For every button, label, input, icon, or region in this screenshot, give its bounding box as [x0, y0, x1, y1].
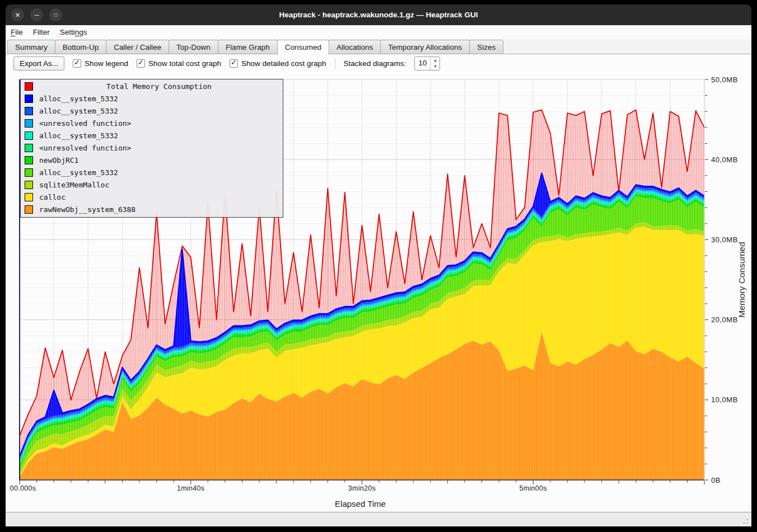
legend-label: sqlite3MemMalloc — [39, 181, 109, 189]
titlebar: ✕ ─ □ Heaptrack - heaptrack.wakunode.1.g… — [6, 4, 751, 25]
check-icon: ✓ — [74, 58, 80, 67]
spinner-buttons: ▲ ▼ — [430, 57, 440, 70]
checkbox-box[interactable]: ✓ — [73, 59, 81, 68]
legend-label: <unresolved function> — [39, 119, 131, 128]
legend-item: sqlite3MemMalloc — [21, 178, 283, 191]
legend-item: alloc__system_5332 — [21, 92, 283, 105]
tab-bottom-up[interactable]: Bottom-Up — [55, 40, 107, 54]
tab-summary[interactable]: Summary — [7, 40, 55, 54]
checkbox-show-legend[interactable]: ✓ Show legend — [73, 59, 128, 68]
legend-swatch — [25, 168, 33, 177]
spinner-down-button[interactable]: ▼ — [431, 64, 440, 70]
checkbox-show-detailed-cost-graph[interactable]: ✓ Show detailed cost graph — [230, 59, 326, 68]
application-window: ✕ ─ □ Heaptrack - heaptrack.wakunode.1.g… — [0, 0, 757, 532]
spinner-up-button[interactable]: ▲ — [431, 57, 440, 64]
svg-text:Elapsed Time: Elapsed Time — [335, 499, 386, 509]
legend-swatch — [25, 181, 33, 189]
tab-consumed[interactable]: Consumed — [277, 40, 329, 55]
toolbar-separator — [335, 58, 335, 69]
stacked-diagrams-label: Stacked diagrams: — [344, 59, 406, 68]
stacked-diagrams-spinner[interactable]: 10 ▲ ▼ — [414, 57, 440, 70]
menu-item-settings[interactable]: Settings — [55, 25, 92, 39]
legend-swatch — [25, 205, 33, 214]
legend-label: alloc__system_5332 — [39, 168, 118, 177]
legend-item: rawNewObj__system_6388 — [21, 203, 283, 215]
spinner-value[interactable]: 10 — [415, 57, 430, 70]
resize-grip[interactable] — [742, 518, 749, 525]
legend-item: <unresolved function> — [21, 117, 283, 129]
tab-caller-callee[interactable]: Caller / Callee — [106, 40, 169, 54]
legend-item: newObjRC1 — [21, 154, 283, 166]
legend-label: alloc__system_5332 — [39, 131, 118, 140]
menu-item-file[interactable]: File — [6, 25, 28, 39]
svg-text:10,0MB: 10,0MB — [711, 396, 738, 404]
status-bar — [6, 512, 751, 526]
legend-item: alloc__system_5332 — [21, 129, 283, 142]
tab-temporary-allocations[interactable]: Temporary Allocations — [380, 40, 470, 54]
tab-allocations[interactable]: Allocations — [329, 40, 381, 54]
chevron-down-icon: ▼ — [433, 64, 437, 68]
legend-title-row: Total Memory Consumption — [21, 80, 283, 92]
tab-sizes[interactable]: Sizes — [469, 40, 503, 54]
svg-text:20,0MB: 20,0MB — [711, 316, 738, 324]
legend-label: rawNewObj__system_6388 — [39, 205, 135, 214]
menubar: FileFilterSettings — [6, 25, 751, 39]
svg-text:5min00s: 5min00s — [520, 484, 547, 492]
tab-top-down[interactable]: Top-Down — [169, 40, 218, 54]
memory-consumption-chart[interactable]: 00.000s1min40s3min20s5min00s0B10,0MB20,0… — [6, 73, 751, 512]
svg-text:1min40s: 1min40s — [177, 484, 204, 492]
svg-text:00.000s: 00.000s — [10, 484, 36, 492]
legend-label: alloc__system_5332 — [39, 95, 118, 103]
checkbox-show-total-cost-graph[interactable]: ✓ Show total cost graph — [137, 59, 221, 68]
legend-swatch — [25, 131, 33, 140]
svg-text:40,0MB: 40,0MB — [711, 156, 738, 164]
legend-swatch — [25, 82, 33, 91]
legend-swatch — [25, 193, 33, 201]
svg-text:30,0MB: 30,0MB — [711, 236, 738, 244]
legend-item: calloc — [21, 191, 283, 203]
checkbox-label: Show total cost graph — [148, 59, 221, 68]
legend-label: <unresolved function> — [39, 144, 131, 152]
tab-bar: SummaryBottom-UpCaller / CalleeTop-DownF… — [6, 39, 751, 54]
legend-label: alloc__system_5332 — [39, 107, 118, 115]
svg-text:3min20s: 3min20s — [348, 484, 376, 492]
legend-swatch — [25, 119, 33, 128]
legend-label: calloc — [39, 193, 66, 201]
legend-item: <unresolved function> — [21, 142, 283, 154]
legend-swatch — [25, 95, 33, 103]
chart-legend: Total Memory Consumptionalloc__system_53… — [20, 79, 283, 218]
legend-label: Total Memory Consumption — [39, 82, 279, 91]
legend-item: alloc__system_5332 — [21, 105, 283, 117]
toolbar: Export As... ✓ Show legend ✓ Show total … — [6, 54, 751, 73]
legend-label: newObjRC1 — [39, 156, 78, 164]
checkbox-label: Show detailed cost graph — [241, 59, 326, 68]
export-as-button[interactable]: Export As... — [13, 57, 64, 70]
menu-item-filter[interactable]: Filter — [28, 25, 55, 39]
legend-swatch — [25, 107, 33, 115]
tab-flame-graph[interactable]: Flame Graph — [218, 40, 278, 54]
checkbox-box[interactable]: ✓ — [230, 59, 238, 68]
legend-swatch — [25, 144, 33, 152]
legend-swatch — [25, 156, 33, 164]
chevron-up-icon: ▲ — [433, 58, 437, 62]
check-icon: ✓ — [138, 58, 144, 67]
svg-text:0B: 0B — [711, 476, 721, 484]
checkbox-label: Show legend — [85, 59, 128, 68]
svg-text:Memory Consumed: Memory Consumed — [737, 242, 746, 317]
svg-text:50,0MB: 50,0MB — [711, 76, 738, 84]
legend-item: alloc__system_5332 — [21, 166, 283, 178]
check-icon: ✓ — [231, 58, 237, 67]
checkbox-box[interactable]: ✓ — [137, 59, 145, 68]
window-title: Heaptrack - heaptrack.wakunode.1.gz — He… — [6, 4, 751, 25]
